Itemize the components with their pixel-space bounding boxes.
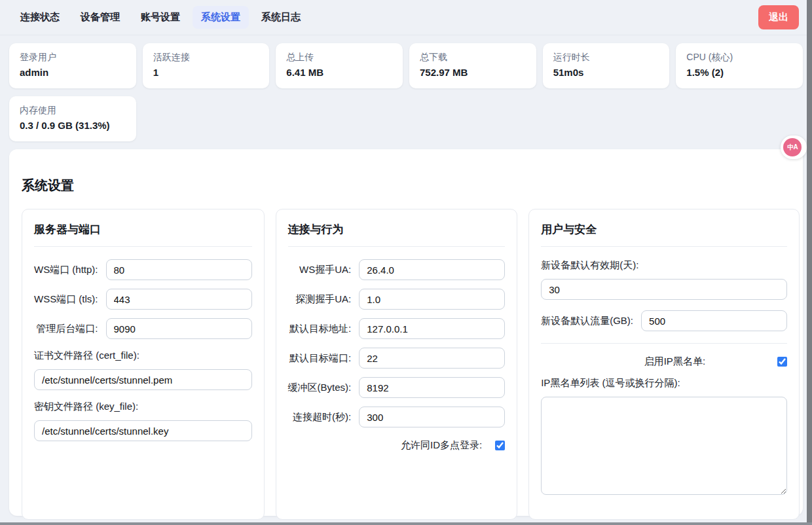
row-default-traffic: 新设备默认流量(GB):	[541, 310, 787, 331]
stat-value: 6.41 MB	[286, 67, 392, 78]
ws-handshake-ua-input[interactable]	[359, 259, 505, 280]
default-target-port-label: 默认目标端口:	[288, 352, 360, 365]
buffer-bytes-input[interactable]	[359, 377, 505, 398]
stat-value: 51m0s	[553, 67, 659, 78]
tab-connection-status[interactable]: 连接状态	[12, 6, 68, 29]
stat-card-active-connections: 活跃连接 1	[143, 43, 270, 88]
row-default-target-addr: 默认目标地址:	[288, 318, 506, 339]
settings-grid: 服务器与端口 WS端口 (http): WSS端口 (tls): 管理后台端口:…	[22, 209, 790, 520]
row-buffer-bytes: 缓冲区(Bytes):	[288, 377, 506, 398]
ws-port-input[interactable]	[106, 259, 252, 280]
stat-label: CPU (核心)	[686, 52, 792, 63]
default-validity-input[interactable]	[541, 279, 787, 300]
stat-card-cpu: CPU (核心) 1.5% (2)	[676, 43, 803, 88]
vertical-scrollbar[interactable]	[807, 0, 812, 525]
translate-widget[interactable]: 中A	[781, 136, 807, 159]
key-file-input[interactable]	[34, 420, 252, 441]
stat-card-total-download: 总下载 752.97 MB	[409, 43, 536, 88]
tab-system-settings[interactable]: 系统设置	[193, 6, 249, 29]
conn-timeout-input[interactable]	[359, 407, 505, 427]
stat-value: admin	[20, 67, 126, 78]
row-wss-port: WSS端口 (tls):	[34, 289, 252, 310]
cert-file-input[interactable]	[34, 369, 252, 390]
stat-card-memory: 内存使用 0.3 / 0.9 GB (31.3%)	[9, 96, 136, 141]
row-conn-timeout: 连接超时(秒):	[288, 407, 506, 427]
conn-timeout-label: 连接超时(秒):	[288, 411, 360, 424]
wss-port-input[interactable]	[106, 289, 252, 310]
tab-bar: 连接状态 设备管理 账号设置 系统设置 系统日志	[12, 6, 309, 29]
ws-handshake-ua-label: WS握手UA:	[288, 264, 360, 276]
horizontal-scrollbar[interactable]	[0, 522, 812, 525]
card-users-security: 用户与安全 新设备默认有效期(天): 新设备默认流量(GB): 启用IP黑名单:…	[528, 209, 800, 520]
card-heading: 服务器与端口	[34, 222, 252, 237]
admin-port-input[interactable]	[106, 318, 252, 339]
system-settings-panel: 系统设置 服务器与端口 WS端口 (http): WSS端口 (tls): 管理…	[9, 149, 803, 516]
row-default-target-port: 默认目标端口:	[288, 348, 506, 369]
translate-icon[interactable]: 中A	[783, 138, 802, 156]
page-title: 系统设置	[22, 177, 790, 194]
default-target-port-input[interactable]	[359, 348, 505, 369]
divider	[34, 246, 252, 247]
ip-blacklist-checkbox[interactable]	[777, 357, 787, 367]
tab-account-settings[interactable]: 账号设置	[132, 6, 189, 29]
default-validity-label: 新设备默认有效期(天):	[541, 259, 787, 272]
tab-device-management[interactable]: 设备管理	[72, 6, 128, 29]
stat-card-total-upload: 总上传 6.41 MB	[276, 43, 403, 88]
tab-system-logs[interactable]: 系统日志	[253, 6, 309, 29]
probe-handshake-ua-input[interactable]	[359, 289, 505, 310]
ip-blacklist-enable-label: 启用IP黑名单:	[644, 355, 705, 368]
stat-value: 1.5% (2)	[686, 67, 792, 78]
row-probe-handshake-ua: 探测握手UA:	[288, 289, 506, 310]
cert-file-label: 证书文件路径 (cert_file):	[34, 350, 252, 362]
probe-handshake-ua-label: 探测握手UA:	[288, 293, 360, 306]
row-ws-port: WS端口 (http):	[34, 259, 252, 280]
divider	[288, 246, 506, 247]
ip-blacklist-list-label: IP黑名单列表 (逗号或换行分隔):	[541, 377, 787, 389]
stat-label: 内存使用	[20, 105, 126, 117]
default-target-addr-label: 默认目标地址:	[288, 323, 360, 335]
card-connection-behavior: 连接与行为 WS握手UA: 探测握手UA: 默认目标地址: 默认目标端口: 缓冲…	[276, 209, 518, 520]
stat-label: 运行时长	[553, 52, 659, 63]
card-heading: 用户与安全	[541, 222, 787, 237]
multi-login-label: 允许同ID多点登录:	[401, 439, 482, 452]
stat-value: 1	[153, 67, 259, 78]
row-key-file: 密钥文件路径 (key_file):	[34, 401, 252, 441]
stat-card-uptime: 运行时长 51m0s	[543, 43, 670, 88]
default-traffic-input[interactable]	[641, 310, 787, 331]
row-ip-blacklist-enable: 启用IP黑名单:	[541, 355, 787, 368]
stat-label: 总上传	[286, 52, 392, 63]
stat-label: 活跃连接	[153, 52, 259, 63]
stat-label: 总下载	[420, 52, 526, 63]
row-cert-file: 证书文件路径 (cert_file):	[34, 350, 252, 390]
row-admin-port: 管理后台端口:	[34, 318, 252, 339]
card-heading: 连接与行为	[288, 222, 506, 237]
ws-port-label: WS端口 (http):	[34, 264, 106, 276]
stat-value: 0.3 / 0.9 GB (31.3%)	[20, 120, 126, 131]
default-traffic-label: 新设备默认流量(GB):	[541, 315, 641, 327]
stat-card-login-user: 登录用户 admin	[9, 43, 136, 88]
row-default-validity: 新设备默认有效期(天):	[541, 259, 787, 300]
divider	[541, 343, 787, 344]
key-file-label: 密钥文件路径 (key_file):	[34, 401, 252, 413]
row-ip-blacklist-list: IP黑名单列表 (逗号或换行分隔):	[541, 377, 787, 498]
divider	[541, 246, 787, 247]
row-multi-login: 允许同ID多点登录:	[288, 439, 506, 452]
card-server-ports: 服务器与端口 WS端口 (http): WSS端口 (tls): 管理后台端口:…	[22, 209, 265, 520]
buffer-bytes-label: 缓冲区(Bytes):	[288, 382, 360, 394]
stat-label: 登录用户	[20, 52, 126, 63]
logout-button[interactable]: 退出	[758, 5, 799, 29]
default-target-addr-input[interactable]	[359, 318, 505, 339]
stat-value: 752.97 MB	[420, 67, 526, 78]
admin-port-label: 管理后台端口:	[34, 323, 106, 335]
stats-row: 登录用户 admin 活跃连接 1 总上传 6.41 MB 总下载 752.97…	[9, 43, 803, 141]
ip-blacklist-textarea[interactable]	[541, 397, 787, 495]
row-ws-handshake-ua: WS握手UA:	[288, 259, 506, 280]
wss-port-label: WSS端口 (tls):	[34, 293, 106, 306]
top-nav: 连接状态 设备管理 账号设置 系统设置 系统日志 退出	[0, 0, 812, 35]
multi-login-checkbox[interactable]	[495, 441, 505, 450]
